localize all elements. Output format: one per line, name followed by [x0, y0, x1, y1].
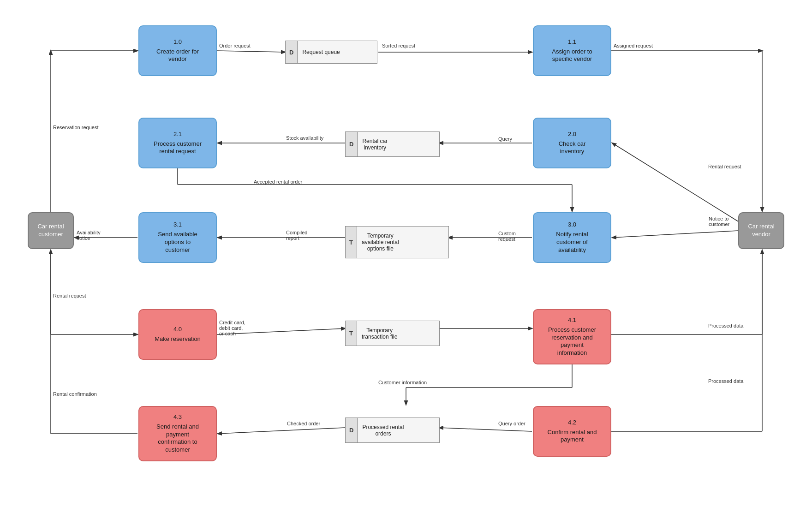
datastore-type-d3: D [346, 418, 358, 442]
svg-line-2 [217, 51, 285, 52]
process-4-2: 4.2 Confirm rental andpayment [533, 406, 611, 457]
label-credit-card: Credit card,debit card,or cash [219, 320, 245, 336]
svg-line-6 [612, 143, 738, 221]
label-rental-request-40: Rental request [53, 293, 86, 298]
label-processed-data-bot: Processed data [708, 378, 743, 384]
label-stock-availability: Stock availability [286, 135, 323, 141]
label-sorted-request: Sorted request [382, 43, 415, 48]
datastore-type-t1: T [346, 227, 357, 258]
svg-line-25 [439, 428, 532, 431]
datastore-temp-transaction: T Temporarytransaction file [345, 321, 440, 346]
entity-car-rental-vendor: Car rental vendor [738, 212, 784, 249]
process-1-1: 1.1 Assign order tospecific vendor [533, 25, 611, 76]
svg-line-12 [612, 231, 738, 238]
datastore-rental-car-inventory: D Rental carinventory [345, 131, 440, 157]
process-4-0: 4.0 Make reservation [138, 309, 217, 360]
arrows-layer [0, 0, 812, 525]
svg-line-26 [218, 428, 345, 434]
datastore-type-d1: D [286, 41, 298, 63]
label-rental-confirmation: Rental confirmation [53, 391, 97, 397]
label-processed-data-top: Processed data [708, 323, 743, 328]
label-assigned-request: Assigned request [614, 43, 653, 48]
process-2-0: 2.0 Check carinventory [533, 118, 611, 168]
label-query-order: Query order [498, 421, 525, 426]
process-3-1: 3.1 Send availableoptions tocustomer [138, 212, 217, 263]
label-rental-request-20: Rental request [708, 164, 741, 169]
label-reservation-request: Reservation request [53, 125, 98, 130]
process-2-1: 2.1 Process customerrental request [138, 118, 217, 168]
process-4-1: 4.1 Process customerreservation andpayme… [533, 309, 611, 364]
datastore-type-t2: T [346, 321, 357, 346]
datastore-type-d2: D [346, 132, 358, 156]
label-accepted-rental-order: Accepted rental order [254, 179, 302, 185]
process-1-0: 1.0 Create order forvendor [138, 25, 217, 76]
datastore-processed-rental-orders: D Processed rentalorders [345, 418, 440, 443]
diagram-container: Car rental customer Car rental vendor 1.… [0, 0, 812, 525]
label-query: Query [498, 136, 512, 142]
datastore-temp-rental-options: T Temporaryavailable rentaloptions file [345, 226, 449, 258]
label-customer-information: Customer information [378, 380, 427, 385]
label-checked-order: Checked order [287, 421, 320, 426]
entity-car-rental-customer: Car rental customer [28, 212, 74, 249]
label-notice-to-customer: Notice tocustomer [709, 216, 729, 227]
label-availability-notice: Availabilitynotice [77, 230, 101, 241]
label-custom-request: Customrequest [498, 231, 516, 242]
label-order-request: Order request [219, 43, 251, 48]
process-4-3: 4.3 Send rental andpaymentconfirmation t… [138, 406, 217, 461]
label-compiled-report: Compiledreport [286, 230, 307, 241]
process-3-0: 3.0 Notify rentalcustomer ofavailability [533, 212, 611, 263]
datastore-request-queue: D Request queue [285, 41, 377, 64]
